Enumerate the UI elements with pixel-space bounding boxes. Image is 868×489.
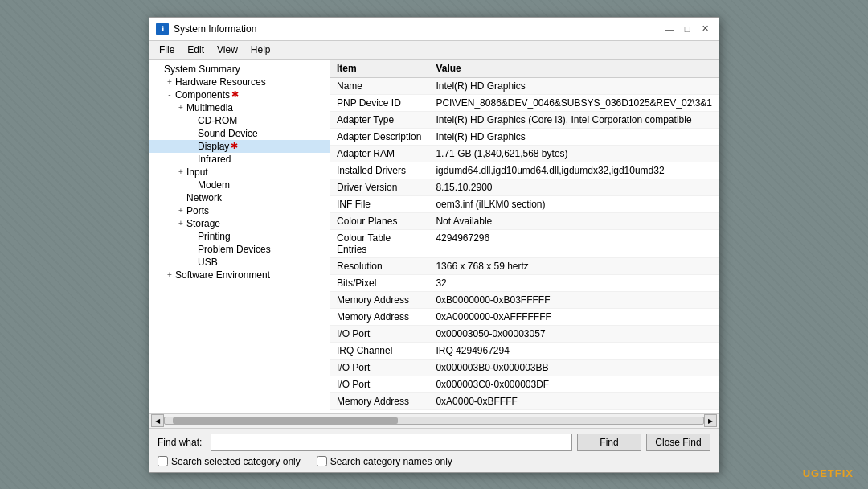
minimize-button[interactable]: — xyxy=(662,23,677,35)
cell-item-6: Driver Version xyxy=(330,179,429,195)
horizontal-scrollbar-area: ◀ ▶ xyxy=(149,413,719,428)
sidebar-item-software-environment[interactable]: +Software Environment xyxy=(149,269,330,281)
table-row: I/O Port0x000003B0-0x000003BB xyxy=(330,359,719,376)
search-selected-text: Search selected category only xyxy=(171,456,301,467)
table-row: Adapter DescriptionIntel(R) HD Graphics xyxy=(330,128,719,145)
cell-item-10: Resolution xyxy=(330,257,429,274)
cell-item-14: I/O Port xyxy=(330,325,429,342)
sidebar-label-usb: USB xyxy=(198,257,218,268)
sidebar-label-input: Input xyxy=(186,166,208,178)
table-row: Driver Version8.15.10.2900 xyxy=(330,179,719,195)
search-category-checkbox[interactable] xyxy=(317,456,327,466)
table-row: Colour Table Entries4294967296 xyxy=(330,229,719,257)
star-icon-components: ✱ xyxy=(231,89,239,100)
maximize-button[interactable]: □ xyxy=(680,23,694,35)
cell-value-6: 8.15.10.2900 xyxy=(429,179,719,195)
close-button[interactable]: ✕ xyxy=(698,23,712,35)
star-icon-display: ✱ xyxy=(231,141,238,151)
sidebar-item-multimedia[interactable]: +Multimedia xyxy=(149,101,330,114)
find-label: Find what: xyxy=(158,437,206,448)
expand-icon-ports[interactable]: + xyxy=(175,205,186,216)
sidebar-item-system-summary[interactable]: System Summary xyxy=(149,63,330,76)
options-row: Search selected category only Search cat… xyxy=(158,456,710,467)
search-selected-checkbox[interactable] xyxy=(158,456,168,466)
sidebar-item-display[interactable]: Display✱ xyxy=(149,140,330,153)
sidebar-label-multimedia: Multimedia xyxy=(186,102,233,113)
cell-item-11: Bits/Pixel xyxy=(330,274,429,291)
sidebar-label-hardware-resources: Hardware Resources xyxy=(175,76,266,88)
cell-item-3: Adapter Description xyxy=(330,128,429,145)
watermark: UGETFIX xyxy=(803,467,854,479)
search-selected-label[interactable]: Search selected category only xyxy=(158,456,301,467)
expand-icon-components[interactable]: - xyxy=(164,89,175,101)
sidebar-item-problem-devices[interactable]: Problem Devices xyxy=(149,243,330,256)
menu-item-file[interactable]: File xyxy=(153,43,181,57)
sidebar-label-infrared: Infrared xyxy=(198,154,231,165)
sidebar-item-cd-rom[interactable]: CD-ROM xyxy=(149,114,330,127)
sidebar-item-sound-device[interactable]: Sound Device xyxy=(149,127,330,140)
table-row: Colour PlanesNot Available xyxy=(330,212,719,229)
sidebar-item-modem[interactable]: Modem xyxy=(149,179,330,191)
table-row: Driverc:\windows\system32\drivers\igdkmd… xyxy=(330,409,719,413)
search-category-label[interactable]: Search category names only xyxy=(317,456,452,467)
find-button[interactable]: Find xyxy=(577,434,641,451)
table-row: I/O Port0x00003050-0x00003057 xyxy=(330,325,719,342)
sidebar-item-components[interactable]: -Components✱ xyxy=(149,88,330,101)
cell-value-7: oem3.inf (iILKM0 section) xyxy=(429,195,719,212)
footer: Find what: Find Close Find Search select… xyxy=(149,428,719,472)
cell-value-17: 0x000003C0-0x000003DF xyxy=(429,376,719,392)
cell-value-0: Intel(R) HD Graphics xyxy=(429,77,719,94)
cell-item-16: I/O Port xyxy=(330,359,429,376)
table-row: Memory Address0xA0000000-0xAFFFFFFF xyxy=(330,308,719,325)
table-row: PNP Device IDPCI\VEN_8086&DEV_0046&SUBSY… xyxy=(330,94,719,111)
sidebar-item-input[interactable]: +Input xyxy=(149,166,330,179)
cell-item-15: IRQ Channel xyxy=(330,342,429,359)
expand-icon-storage[interactable]: + xyxy=(175,218,186,229)
expand-icon-input[interactable]: + xyxy=(175,166,186,178)
cell-item-13: Memory Address xyxy=(330,308,429,325)
table-row: Adapter TypeIntel(R) HD Graphics (Core i… xyxy=(330,111,719,128)
sidebar-label-storage: Storage xyxy=(186,218,220,229)
col-header-value: Value xyxy=(429,60,719,78)
menu-item-view[interactable]: View xyxy=(211,43,244,57)
menu-bar: FileEditViewHelp xyxy=(149,41,719,60)
detail-table: Item Value NameIntel(R) HD GraphicsPNP D… xyxy=(330,60,719,413)
sidebar-label-sound-device: Sound Device xyxy=(198,128,258,139)
sidebar-label-software-environment: Software Environment xyxy=(175,269,270,281)
cell-value-8: Not Available xyxy=(429,212,719,229)
sidebar-item-storage[interactable]: +Storage xyxy=(149,217,330,230)
find-input[interactable] xyxy=(211,434,572,451)
cell-value-13: 0xA0000000-0xAFFFFFFF xyxy=(429,308,719,325)
cell-item-1: PNP Device ID xyxy=(330,94,429,111)
sidebar-item-usb[interactable]: USB xyxy=(149,256,330,269)
sidebar-item-hardware-resources[interactable]: +Hardware Resources xyxy=(149,76,330,88)
horizontal-scrollbar[interactable] xyxy=(164,417,704,425)
app-icon: ℹ xyxy=(156,23,169,35)
expand-icon-software-environment[interactable]: + xyxy=(164,269,175,281)
window-controls: — □ ✕ xyxy=(662,23,712,35)
sidebar-label-system-summary: System Summary xyxy=(164,64,240,75)
cell-value-9: 4294967296 xyxy=(429,229,719,257)
expand-icon-hardware-resources[interactable]: + xyxy=(164,76,175,88)
cell-value-10: 1366 x 768 x 59 hertz xyxy=(429,257,719,274)
sidebar-item-infrared[interactable]: Infrared xyxy=(149,153,330,166)
sidebar-item-ports[interactable]: +Ports xyxy=(149,204,330,217)
cell-item-12: Memory Address xyxy=(330,291,429,308)
scroll-left-button[interactable]: ◀ xyxy=(151,414,164,427)
detail-panel: Item Value NameIntel(R) HD GraphicsPNP D… xyxy=(330,60,719,413)
cell-value-5: igdumd64.dll,igd10umd64.dll,igdumdx32,ig… xyxy=(429,162,719,179)
table-row: NameIntel(R) HD Graphics xyxy=(330,77,719,94)
menu-item-help[interactable]: Help xyxy=(244,43,277,57)
scrollbar-thumb xyxy=(173,417,398,424)
scroll-right-button[interactable]: ▶ xyxy=(704,414,717,427)
table-row: Adapter RAM1.71 GB (1,840,621,568 bytes) xyxy=(330,145,719,162)
sidebar-item-printing[interactable]: Printing xyxy=(149,230,330,243)
cell-item-5: Installed Drivers xyxy=(330,162,429,179)
expand-icon-multimedia[interactable]: + xyxy=(175,102,186,113)
sidebar-item-network[interactable]: Network xyxy=(149,191,330,204)
menu-item-edit[interactable]: Edit xyxy=(181,43,211,57)
cell-value-12: 0xB0000000-0xB03FFFFF xyxy=(429,291,719,308)
cell-item-2: Adapter Type xyxy=(330,111,429,128)
close-find-button[interactable]: Close Find xyxy=(646,434,710,451)
col-header-item: Item xyxy=(330,60,429,78)
